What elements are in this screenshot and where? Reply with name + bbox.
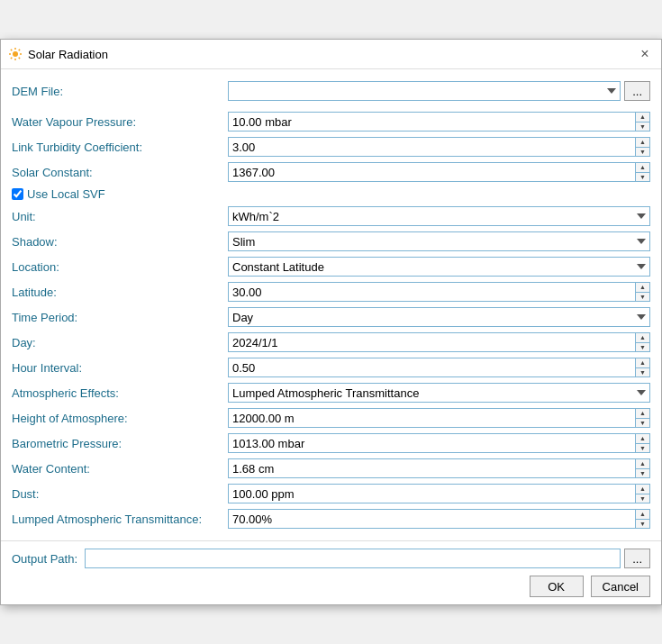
water-vapour-arrows: ▲ ▼ [635,113,649,131]
app-icon [8,47,23,61]
svg-point-0 [13,51,18,57]
unit-label: Unit: [12,210,228,223]
dust-arrows: ▲ ▼ [635,485,649,503]
link-turbidity-arrows: ▲ ▼ [635,138,649,156]
location-row: Location: Constant Latitude From DEM Fro… [12,254,650,279]
dust-spinbox[interactable]: ▲ ▼ [228,484,650,503]
link-turbidity-down[interactable]: ▼ [636,148,649,157]
svg-line-5 [11,50,12,50]
hour-interval-down[interactable]: ▼ [636,368,649,377]
water-content-row: Water Content: ▲ ▼ [12,456,650,481]
lumped-atmospheric-up[interactable]: ▲ [636,510,649,520]
atmospheric-effects-dropdown[interactable]: Lumped Atmospheric Transmittance None Fu… [228,383,650,403]
latitude-input[interactable] [229,283,635,301]
water-content-spinbox[interactable]: ▲ ▼ [228,458,650,478]
shadow-label: Shadow: [12,235,228,249]
hour-interval-up[interactable]: ▲ [636,358,649,368]
barometric-pressure-down[interactable]: ▼ [636,444,649,453]
barometric-pressure-up[interactable]: ▲ [636,434,649,444]
unit-row: Unit: kWh/m`2 MJ/m^2 W/m^2 [12,204,650,229]
solar-constant-input[interactable] [229,163,635,181]
location-label: Location: [12,260,228,274]
unit-dropdown[interactable]: kWh/m`2 MJ/m^2 W/m^2 [228,206,650,226]
close-button[interactable]: × [636,45,654,63]
dem-file-field: ... [228,81,650,101]
dem-file-browse-button[interactable]: ... [624,81,650,101]
latitude-spinbox[interactable]: ▲ ▼ [228,282,650,302]
latitude-down[interactable]: ▼ [636,293,649,302]
height-atmosphere-down[interactable]: ▼ [636,419,649,428]
water-vapour-up[interactable]: ▲ [636,113,649,122]
shadow-row: Shadow: Slim None Full [12,229,650,254]
lumped-atmospheric-label: Lumped Atmospheric Transmittance: [12,512,228,526]
link-turbidity-input[interactable] [229,138,635,156]
day-spinbox[interactable]: ▲ ▼ [228,332,650,352]
water-vapour-down[interactable]: ▼ [636,122,649,132]
barometric-pressure-input[interactable] [229,434,635,452]
water-content-input[interactable] [229,459,635,477]
hour-interval-input[interactable] [229,358,635,376]
lumped-atmospheric-input[interactable] [229,510,635,528]
dust-down[interactable]: ▼ [636,494,649,503]
link-turbidity-row: Link Turbidity Coefficient: ▲ ▼ [12,134,650,159]
link-turbidity-label: Link Turbidity Coefficient: [12,141,228,154]
footer: Output Path: ... OK Cancel [1,540,661,604]
latitude-up[interactable]: ▲ [636,283,649,293]
ok-button[interactable]: OK [530,576,584,597]
solar-constant-spinbox[interactable]: ▲ ▼ [228,162,650,182]
link-turbidity-spinbox[interactable]: ▲ ▼ [228,137,650,157]
dust-input[interactable] [229,485,635,503]
dem-file-row: DEM File: ... [12,78,650,104]
day-input[interactable] [229,333,635,351]
day-up[interactable]: ▲ [636,333,649,343]
height-atmosphere-input[interactable] [229,409,635,427]
lumped-atmospheric-down[interactable]: ▼ [636,520,649,529]
link-turbidity-up[interactable]: ▲ [636,138,649,148]
water-vapour-spinbox[interactable]: ▲ ▼ [228,112,650,132]
solar-constant-label: Solar Constant: [12,166,228,179]
barometric-pressure-label: Barometric Pressure: [12,437,228,450]
atmospheric-effects-row: Atmospheric Effects: Lumped Atmospheric … [12,380,650,405]
use-local-svf-label[interactable]: Use Local SVF [27,187,105,201]
form-content: DEM File: ... Water Vapour Pressure: ▲ ▼… [1,69,661,540]
location-dropdown[interactable]: Constant Latitude From DEM From Grid [228,257,650,277]
hour-interval-row: Hour Interval: ▲ ▼ [12,355,650,380]
water-vapour-label: Water Vapour Pressure: [12,115,228,129]
height-atmosphere-spinbox[interactable]: ▲ ▼ [228,408,650,428]
time-period-dropdown[interactable]: Day Month Year Range [228,307,650,327]
latitude-row: Latitude: ▲ ▼ [12,279,650,304]
barometric-pressure-row: Barometric Pressure: ▲ ▼ [12,431,650,456]
barometric-pressure-spinbox[interactable]: ▲ ▼ [228,433,650,453]
day-down[interactable]: ▼ [636,343,649,352]
title-bar: Solar Radiation × [1,40,661,69]
cancel-button[interactable]: Cancel [591,576,650,597]
dem-file-dropdown[interactable] [228,81,621,101]
output-path-input[interactable] [85,549,621,568]
time-period-label: Time Period: [12,311,228,324]
dust-up[interactable]: ▲ [636,485,649,494]
lumped-atmospheric-row: Lumped Atmospheric Transmittance: ▲ ▼ [12,506,650,531]
lumped-atmospheric-spinbox[interactable]: ▲ ▼ [228,509,650,529]
shadow-dropdown[interactable]: Slim None Full [228,231,650,251]
output-path-row: Output Path: ... [12,549,650,568]
water-content-arrows: ▲ ▼ [635,459,649,477]
water-vapour-row: Water Vapour Pressure: ▲ ▼ [12,109,650,134]
output-path-browse-button[interactable]: ... [624,549,650,568]
hour-interval-spinbox[interactable]: ▲ ▼ [228,358,650,377]
svg-line-6 [19,58,20,59]
use-local-svf-checkbox[interactable] [12,188,23,200]
solar-constant-up[interactable]: ▲ [636,163,649,173]
solar-constant-down[interactable]: ▼ [636,173,649,182]
water-content-up[interactable]: ▲ [636,459,649,469]
barometric-pressure-arrows: ▲ ▼ [635,434,649,452]
time-period-row: Time Period: Day Month Year Range [12,304,650,330]
water-vapour-input[interactable] [229,113,635,131]
day-arrows: ▲ ▼ [635,333,649,351]
height-atmosphere-up[interactable]: ▲ [636,409,649,419]
water-content-down[interactable]: ▼ [636,469,649,478]
latitude-arrows: ▲ ▼ [635,283,649,301]
action-buttons: OK Cancel [12,576,650,597]
solar-constant-row: Solar Constant: ▲ ▼ [12,159,650,185]
lumped-atmospheric-arrows: ▲ ▼ [635,510,649,528]
svg-line-8 [11,58,12,59]
